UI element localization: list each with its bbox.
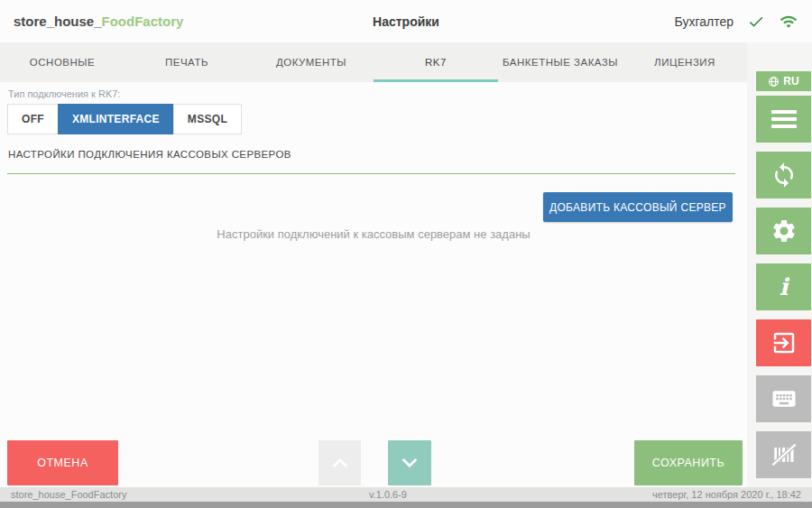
language-label: RU — [783, 75, 798, 88]
sidebar-rail: RU i — [747, 42, 812, 488]
tab-rk7[interactable]: RK7 — [374, 42, 498, 82]
version-label: v.1.0.6-9 — [0, 489, 776, 500]
settings-button[interactable] — [756, 208, 811, 254]
keyboard-icon — [770, 385, 798, 412]
globe-icon — [768, 76, 780, 88]
main-content: Тип подключения к RK7: OFF XMLINTERFACE … — [0, 82, 747, 488]
header-status-area: Бухгалтер — [675, 13, 798, 31]
info-icon: i — [780, 273, 789, 300]
empty-servers-message: Настройки подключений к кассовым сервера… — [0, 227, 747, 241]
user-role-label: Бухгалтер — [675, 14, 734, 29]
tab-print[interactable]: ПЕЧАТЬ — [125, 42, 249, 82]
cancel-button[interactable]: ОТМЕНА — [7, 440, 118, 485]
connection-type-label: Тип подключения к RK7: — [8, 88, 120, 99]
section-divider — [7, 173, 735, 174]
app-title-accent: FoodFactory — [102, 14, 184, 29]
barcode-button[interactable] — [756, 431, 811, 478]
gear-icon — [770, 217, 798, 245]
bottom-scroll-strip — [0, 502, 812, 508]
app-title-prefix: store_house_ — [14, 14, 102, 29]
check-icon — [747, 13, 765, 31]
header: store_house_FoodFactory Настройки Бухгал… — [0, 0, 812, 42]
tab-banquet-orders[interactable]: БАНКЕТНЫЕ ЗАКАЗЫ — [498, 42, 623, 82]
tab-bar: ОСНОВНЫЕ ПЕЧАТЬ ДОКУМЕНТЫ RK7 БАНКЕТНЫЕ … — [0, 42, 747, 82]
menu-icon — [771, 110, 797, 128]
connection-off-button[interactable]: OFF — [7, 104, 58, 134]
language-button[interactable]: RU — [756, 71, 811, 91]
connection-xmlinterface-button[interactable]: XMLINTERFACE — [58, 104, 173, 134]
scroll-up-button[interactable] — [318, 440, 361, 485]
chevron-down-icon — [398, 451, 421, 475]
connection-mssql-button[interactable]: MSSQL — [173, 104, 242, 134]
save-button[interactable]: СОХРАНИТЬ — [634, 440, 743, 485]
tab-documents[interactable]: ДОКУМЕНТЫ — [249, 42, 374, 82]
connection-type-toggle: OFF XMLINTERFACE MSSQL — [7, 104, 242, 134]
keyboard-button[interactable] — [756, 375, 811, 422]
barcode-icon — [770, 440, 798, 469]
chevron-up-icon — [328, 451, 352, 475]
menu-button[interactable] — [756, 96, 811, 143]
sync-button[interactable] — [756, 152, 811, 199]
wifi-icon — [779, 13, 798, 31]
logout-icon — [770, 329, 798, 356]
tab-license[interactable]: ЛИЦЕНЗИЯ — [623, 42, 747, 82]
logout-button[interactable] — [756, 319, 811, 366]
info-button[interactable]: i — [756, 263, 811, 310]
tab-main[interactable]: ОСНОВНЫЕ — [0, 42, 125, 82]
status-bar: store_house_FoodFactory v.1.0.6-9 четвер… — [0, 487, 812, 502]
add-cash-server-button[interactable]: ДОБАВИТЬ КАССОВЫЙ СЕРВЕР — [543, 192, 733, 222]
scroll-down-button[interactable] — [388, 440, 431, 485]
sync-icon — [770, 162, 798, 189]
app-title: store_house_FoodFactory — [14, 14, 183, 29]
cash-servers-section-title: НАСТРОЙКИ ПОДКЛЮЧЕНИЯ КАССОВЫХ СЕРВЕРОВ — [8, 149, 291, 160]
